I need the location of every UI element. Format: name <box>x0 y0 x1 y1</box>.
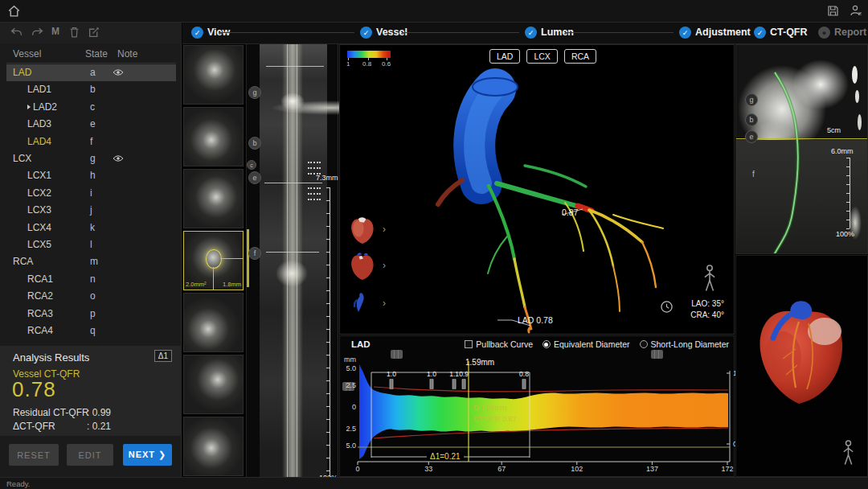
delta-ctqfr-row: ΔCT-QFR : 0.21 <box>13 421 174 432</box>
pullback-chart[interactable]: 1.01.01.10.90.8 <box>340 355 734 478</box>
vessel-row-lad1[interactable]: LAD1b <box>6 81 176 98</box>
vessel-visibility[interactable] <box>113 154 124 162</box>
vessel-row-rca4[interactable]: RCA4q <box>6 323 176 339</box>
cross-section-thumb-4[interactable]: 2.0mm²1.8mm <box>183 231 244 290</box>
cpr-marker-f[interactable]: f <box>248 247 261 260</box>
rotation-timer-icon[interactable] <box>660 300 674 314</box>
mpr-measurement-label: 6.0mm <box>831 147 854 155</box>
workflow-step-report[interactable]: Report <box>834 27 866 38</box>
ruler-tick <box>326 252 330 253</box>
heart-preset-1[interactable]: › <box>349 214 386 246</box>
coronary-3d-view[interactable]: 1 0.8 0.6 LADLCXRCA 0.87 LAD 0.78 LAO: 3… <box>339 44 735 335</box>
cross-section-thumb-2[interactable] <box>183 107 244 166</box>
vessel-row-lad[interactable]: LADa <box>6 64 176 81</box>
redo-icon[interactable] <box>31 27 43 38</box>
y-left-label: 5.0 <box>340 442 356 450</box>
eye-icon <box>113 154 124 162</box>
vessel-visibility[interactable] <box>113 68 124 76</box>
delete-icon[interactable] <box>69 27 80 38</box>
cpr-measure-line[interactable] <box>264 183 322 183</box>
user-logout-icon[interactable] <box>850 5 862 17</box>
pullback-chart-panel: LAD Pullback CurveEquivalent DiameterSho… <box>339 335 735 477</box>
workflow-check-icon: ✓ <box>360 27 372 39</box>
cpr-marker-g[interactable]: g <box>248 86 261 99</box>
vessel-name: LCX4 <box>27 222 51 233</box>
cross-section-thumb-1[interactable] <box>183 45 244 105</box>
heart-preset-2[interactable]: › <box>349 250 386 282</box>
delta-label: ΔCT-QFR <box>13 421 55 432</box>
cpr-section-line[interactable] <box>266 252 319 253</box>
vessel-row-lcx4[interactable]: LCX4k <box>6 220 176 236</box>
mpr-marker-f: f <box>752 170 755 179</box>
vessel-row-rca[interactable]: RCAm <box>6 253 176 270</box>
straightened-cpr-view[interactable]: 7.3mm 100% gbcef <box>246 44 338 489</box>
cross-section-thumb-6[interactable] <box>183 355 244 414</box>
qfr-colorbar <box>347 51 391 58</box>
mpr-marker-g[interactable]: g <box>745 93 758 106</box>
curved-mpr-view[interactable]: 5cm 6.0mm 100% gbe f <box>735 44 868 254</box>
ruler-tick <box>326 265 330 265</box>
edit-note-icon[interactable] <box>88 27 100 38</box>
mpr-marker-e[interactable]: e <box>745 130 758 143</box>
ruler-tick <box>326 303 330 304</box>
y-left-label: 2.5 <box>340 381 356 389</box>
control-pullback-curve[interactable]: Pullback Curve <box>465 339 533 349</box>
cpr-marker-c[interactable]: c <box>247 160 256 170</box>
vessel-row-rca2[interactable]: RCA2o <box>6 288 176 305</box>
cpr-marker-b[interactable]: b <box>248 137 261 150</box>
ruler-tick <box>846 193 850 194</box>
cross-section-list: 2.0mm²1.8mm <box>182 44 245 489</box>
vessel-row-lad3[interactable]: LAD3e <box>6 116 176 133</box>
toggle-rca-button[interactable]: RCA <box>564 49 596 64</box>
radio-icon[interactable] <box>640 340 648 348</box>
lao-angle: LAO: 35° <box>691 299 724 308</box>
edit-toolbar: M <box>0 23 182 43</box>
lesion-delta-label: Δ1=0.21 <box>427 452 464 461</box>
cross-section-thumb-7[interactable] <box>183 417 244 476</box>
cpr-bright-blob <box>280 92 305 110</box>
ruler-tick <box>326 187 330 188</box>
vessel-row-lcx2[interactable]: LCX2i <box>6 185 176 202</box>
control-equivalent-diameter[interactable]: Equivalent Diameter <box>542 339 630 349</box>
workflow-step-adjustment[interactable]: Adjustment <box>695 27 751 38</box>
measure-crosshair-v <box>213 267 214 290</box>
ruler-tick <box>326 239 330 240</box>
vessel-name: LCX2 <box>27 187 51 199</box>
control-short-long-diameter[interactable]: Short-Long Diameter <box>640 339 729 349</box>
heart-preset-3[interactable]: › <box>349 288 386 320</box>
vessel-name: RCA2 <box>27 290 53 302</box>
cpr-dash-marks <box>308 187 321 189</box>
cpr-scroll-marker[interactable] <box>247 229 249 287</box>
marker-tool-button[interactable]: M <box>51 26 59 37</box>
home-icon[interactable] <box>7 5 21 18</box>
cpr-zoom-ruler[interactable] <box>330 187 330 483</box>
cross-section-thumb-5[interactable] <box>183 293 244 352</box>
workflow-step-ctqfr[interactable]: CT-QFR <box>770 27 808 38</box>
radio-icon[interactable] <box>542 340 551 348</box>
cpr-marker-e[interactable]: e <box>248 171 261 184</box>
workflow-connector <box>402 32 519 33</box>
next-button[interactable]: NEXT ❯ <box>123 444 172 466</box>
body-orientation-icon <box>703 264 716 294</box>
heart-3d-view[interactable] <box>735 255 868 477</box>
vessel-row-lcx1[interactable]: LCX1h <box>6 167 176 184</box>
vessel-state: f <box>90 136 92 147</box>
vessel-row-lcx3[interactable]: LCX3j <box>6 202 176 219</box>
vessel-row-lad2[interactable]: LAD2c <box>6 99 176 116</box>
vessel-row-lad4[interactable]: LAD4f <box>6 134 176 150</box>
reset-button[interactable]: RESET <box>9 444 59 466</box>
mpr-marker-b[interactable]: b <box>745 113 758 126</box>
cross-section-thumb-3[interactable] <box>183 169 244 228</box>
vessel-row-rca1[interactable]: RCA1n <box>6 271 176 288</box>
edit-button[interactable]: EDIT <box>67 444 113 466</box>
toggle-lad-button[interactable]: LAD <box>489 49 520 64</box>
save-icon[interactable] <box>827 5 839 17</box>
vessel-name: RCA <box>13 256 33 267</box>
toggle-lcx-button[interactable]: LCX <box>526 49 557 64</box>
undo-icon[interactable] <box>10 27 23 38</box>
mpr-zoom-ruler[interactable] <box>850 158 850 228</box>
checkbox-icon[interactable] <box>465 340 473 348</box>
vessel-row-lcx[interactable]: LCXg <box>6 150 176 167</box>
vessel-row-rca3[interactable]: RCA3p <box>6 306 176 323</box>
vessel-row-lcx5[interactable]: LCX5l <box>6 236 176 253</box>
